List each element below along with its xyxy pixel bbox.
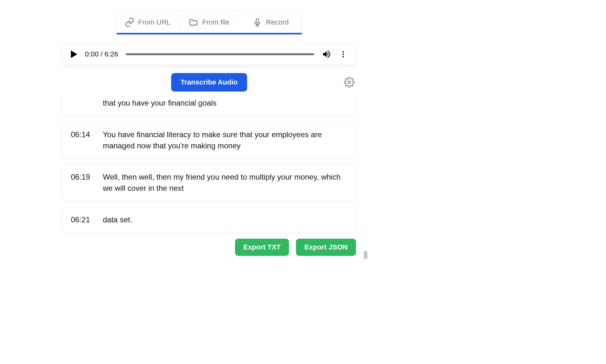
tab-from-file-label: From file (202, 18, 230, 26)
playback-time: 0:00 / 6:26 (85, 50, 118, 58)
tab-from-url[interactable]: From URL (117, 11, 178, 34)
segment-time (71, 98, 94, 109)
svg-rect-0 (256, 19, 259, 23)
volume-icon[interactable] (322, 49, 331, 59)
play-button[interactable] (71, 50, 77, 58)
transcript-segment[interactable]: that you have your financial goals (62, 96, 356, 116)
svg-point-5 (343, 56, 344, 57)
tab-record-label: Record (266, 18, 289, 26)
source-tabs: From URL From file (117, 10, 302, 34)
folder-icon (189, 18, 198, 27)
segment-text: You have financial literacy to make sure… (103, 129, 347, 152)
segment-time: 06:21 (71, 214, 94, 226)
time-separator: / (99, 50, 104, 58)
tabs-active-indicator (117, 33, 302, 34)
transcript-segment[interactable]: 06:14 You have financial literacy to mak… (62, 122, 356, 159)
settings-icon[interactable] (344, 77, 355, 88)
export-row: Export TXT Export JSON (62, 239, 356, 256)
svg-point-4 (343, 54, 344, 55)
transcribe-button[interactable]: Transcribe Audio (171, 73, 247, 92)
transcript-list: that you have your financial goals 06:14… (62, 96, 356, 256)
tab-from-file[interactable]: From file (178, 11, 240, 34)
more-options-icon[interactable] (339, 50, 347, 58)
transcript-segment[interactable]: 06:21 data set. (62, 207, 356, 233)
transcript-segment[interactable]: 06:19 Well, then well, then my friend yo… (62, 164, 356, 201)
total-time: 6:26 (104, 50, 118, 58)
svg-point-3 (343, 51, 344, 52)
tab-record[interactable]: Record (240, 11, 301, 34)
scrollbar-thumb[interactable] (364, 251, 367, 259)
export-txt-button[interactable]: Export TXT (235, 239, 289, 256)
segment-text: data set. (103, 214, 347, 226)
action-row: Transcribe Audio (62, 73, 356, 92)
svg-point-6 (348, 81, 351, 84)
segment-time: 06:14 (71, 129, 94, 152)
audio-player: 0:00 / 6:26 (62, 43, 356, 65)
tab-from-url-label: From URL (138, 18, 170, 26)
current-time: 0:00 (85, 50, 99, 58)
segment-text: that you have your financial goals (103, 98, 347, 109)
link-icon (125, 18, 134, 27)
export-json-button[interactable]: Export JSON (296, 239, 356, 256)
seek-bar[interactable] (126, 53, 314, 55)
segment-time: 06:19 (71, 172, 94, 194)
source-tabs-inner: From URL From file (117, 10, 302, 34)
microphone-icon (253, 18, 262, 27)
segment-text: Well, then well, then my friend you need… (103, 172, 347, 194)
app-container: From URL From file (62, 10, 356, 256)
